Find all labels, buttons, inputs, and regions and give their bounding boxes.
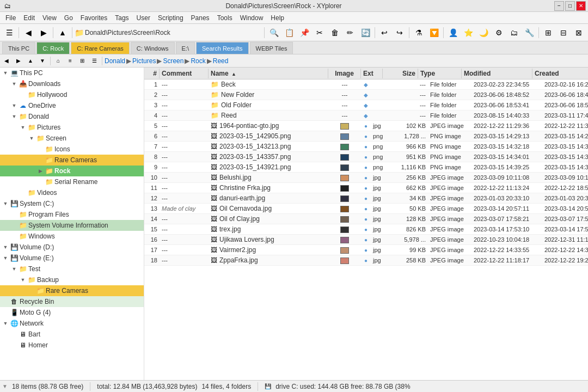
nav-list[interactable]: ≡ <box>65 56 76 66</box>
menu-item-scripting[interactable]: Scripting <box>155 13 187 23</box>
table-row[interactable]: 18---🖼ZppaFrka.jpg●jpg258 KBJPEG image20… <box>144 255 588 266</box>
tab-3[interactable]: C: Windows <box>131 42 175 54</box>
filter2-button[interactable]: 🔽 <box>427 26 441 40</box>
columns-button[interactable]: ⊠ <box>572 26 586 40</box>
breadcrumb-screen[interactable]: Screen <box>163 57 183 65</box>
col-header-created[interactable]: Created <box>532 69 588 78</box>
expand-rarecameras[interactable] <box>36 156 45 164</box>
col-header-image[interactable]: Image <box>328 69 361 78</box>
expand-rarecameras2[interactable] <box>27 286 36 295</box>
sidebar-item-motog[interactable]: 📱 Moto G (4) <box>0 307 144 318</box>
sidebar-item-thispc[interactable]: ▼ 💻 This PC <box>0 68 144 78</box>
sidebar-item-programfiles[interactable]: 📁 Program Files <box>0 209 144 220</box>
menu-item-tags[interactable]: Tags <box>112 13 132 23</box>
user-button[interactable]: 👤 <box>446 26 460 40</box>
sidebar-item-rarecameras2[interactable]: 📁 Rare Cameras <box>0 285 144 296</box>
menu-item-favorites[interactable]: Favorites <box>77 13 111 23</box>
nav-home[interactable]: ⌂ <box>53 56 64 66</box>
table-row[interactable]: 16---🖼Ujikawa Lovers.jpg●jpg5,978 ...JPE… <box>144 235 588 245</box>
minimize-button[interactable]: − <box>554 1 564 11</box>
sidebar-item-backup[interactable]: ▼ 📁 Backup <box>0 274 144 285</box>
sidebar-item-pictures[interactable]: ▼ 📁 Pictures <box>0 122 144 133</box>
sidebar-item-network[interactable]: ▼ 🌐 Network <box>0 318 144 329</box>
expand-test[interactable]: ▼ <box>10 265 19 273</box>
table-row[interactable]: 7---🖼2023-03-15_143213.png●png966 KBPNG … <box>144 142 588 152</box>
table-row[interactable]: 3---📁Old Folder---◆---File folder2023-06… <box>144 100 588 111</box>
sidebar-item-sysvolinfo[interactable]: 📁 System Volume Information <box>0 220 144 231</box>
sidebar-item-volumee[interactable]: ▼ 💾 Volume (E:) <box>0 253 144 264</box>
expand-onedrive[interactable]: ▼ <box>10 101 19 110</box>
expand-recyclebin[interactable] <box>1 297 10 306</box>
expand-network[interactable]: ▼ <box>1 319 10 328</box>
tab-0[interactable]: This PC <box>2 42 35 54</box>
sidebar-item-donald[interactable]: ▼ 📁 Donald <box>0 111 144 122</box>
moon-button[interactable]: 🌙 <box>476 26 491 40</box>
table-row[interactable]: 15---🖼trex.jpg●jpg826 KBJPEG image2023-0… <box>144 224 588 235</box>
breadcrumb-donald[interactable]: Donald <box>105 57 125 65</box>
close-button[interactable]: ✕ <box>576 1 586 11</box>
expand-motog[interactable] <box>1 308 10 317</box>
delete-button[interactable]: 🗑 <box>328 26 342 40</box>
copy-button[interactable]: 📋 <box>282 26 296 40</box>
search-button[interactable]: 🔍 <box>267 26 281 40</box>
table-row[interactable]: 12---🖼danuri-earth.jpg●jpg34 KBJPEG imag… <box>144 193 588 204</box>
sidebar-item-screen[interactable]: ▼ 📁 Screen <box>0 133 144 144</box>
paste-button[interactable]: 📌 <box>297 26 311 40</box>
expand-pictures[interactable]: ▼ <box>19 123 27 132</box>
expand-serialrename[interactable] <box>36 177 45 186</box>
breadcrumb-reed[interactable]: Reed <box>213 57 229 65</box>
menu-item-user[interactable]: User <box>133 13 154 23</box>
table-row[interactable]: 8---🖼2023-03-15_143357.png●png951 KBPNG … <box>144 152 588 162</box>
expand-windows[interactable] <box>10 232 19 241</box>
expand-homer[interactable] <box>10 341 19 350</box>
sidebar-item-serialrename[interactable]: 📁 Serial Rename <box>0 176 144 187</box>
filter-button[interactable]: ⚗ <box>412 26 426 40</box>
tab-6[interactable]: WEBP Tiles <box>250 42 293 54</box>
expand-icons[interactable] <box>36 145 45 154</box>
sync-button[interactable]: 🔄 <box>358 26 372 40</box>
menu-item-go[interactable]: Go <box>61 13 76 23</box>
col-header-type[interactable]: Type <box>418 69 462 78</box>
col-header-name[interactable]: Name ▲ <box>209 69 328 78</box>
undo-button[interactable]: ↩ <box>377 26 391 40</box>
table-row[interactable]: 10---🖼Belushi.jpg●jpg256 KBJPEG image202… <box>144 173 588 183</box>
table-row[interactable]: 2---📁New Folder---◆---File folder2023-06… <box>144 90 588 100</box>
tab-5[interactable]: Search Results <box>196 42 249 54</box>
breadcrumb-rock[interactable]: Rock <box>191 57 205 65</box>
col-header-num[interactable]: # <box>144 69 160 78</box>
tab-4[interactable]: E:\ <box>176 42 195 54</box>
settings-button[interactable]: ⚙ <box>492 26 506 40</box>
expand-screen[interactable]: ▼ <box>27 134 36 143</box>
redo-button[interactable]: ↪ <box>393 26 407 40</box>
breadcrumb-pictures[interactable]: Pictures <box>132 57 156 65</box>
sidebar-item-volumed[interactable]: ▼ 💾 Volume (D:) <box>0 242 144 253</box>
table-row[interactable]: 11---🖼Christine Frka.jpg●jpg662 KBJPEG i… <box>144 183 588 193</box>
table-row[interactable]: 4---📁Reed---◆---File folder2023-08-15 14… <box>144 111 588 121</box>
col-header-ext[interactable]: Ext <box>361 69 383 78</box>
sidebar-item-videos[interactable]: 📁 Videos <box>0 187 144 198</box>
table-row[interactable]: 1---📁Beck---◆---File folder2023-02-23 22… <box>144 79 588 90</box>
sidebar-item-downloads[interactable]: ▼ 📥 Downloads <box>0 78 144 89</box>
menu-item-help[interactable]: Help <box>267 13 287 23</box>
rename-button[interactable]: ✏ <box>343 26 357 40</box>
nav-back[interactable]: ◀ <box>1 56 12 66</box>
sidebar-item-onedrive[interactable]: ▼ ☁ OneDrive <box>0 100 144 111</box>
sidebar-item-hollywood[interactable]: 📁 Hollywood <box>0 89 144 100</box>
sidebar-item-recyclebin[interactable]: 🗑 Recycle Bin <box>0 296 144 307</box>
nav-forward[interactable]: ▶ <box>13 56 24 66</box>
expand-systemc[interactable]: ▼ <box>1 199 10 208</box>
table-row[interactable]: 5---🖼1964-pontiac-gto.jpg●jpg102 KBJPEG … <box>144 121 588 131</box>
menu-item-edit[interactable]: Edit <box>20 13 38 23</box>
sidebar-item-icons[interactable]: 📁 Icons <box>0 144 144 155</box>
menu-item-window[interactable]: Window <box>237 13 267 23</box>
nav-down[interactable]: ▼ <box>37 56 48 66</box>
sidebar-item-test[interactable]: ▼ 📁 Test <box>0 264 144 274</box>
sidebar-item-systemc[interactable]: ▼ 💾 System (C:) <box>0 198 144 209</box>
star-button[interactable]: ⭐ <box>461 26 475 40</box>
expand-rock[interactable]: ▶ <box>36 167 45 175</box>
menu-item-file[interactable]: File <box>2 13 19 23</box>
nav-grid[interactable]: ⊞ <box>77 56 88 66</box>
expand-thispc[interactable]: ▼ <box>1 69 10 77</box>
view-button[interactable]: 🗂 <box>507 26 521 40</box>
expand-sysvolinfo[interactable] <box>10 221 19 230</box>
